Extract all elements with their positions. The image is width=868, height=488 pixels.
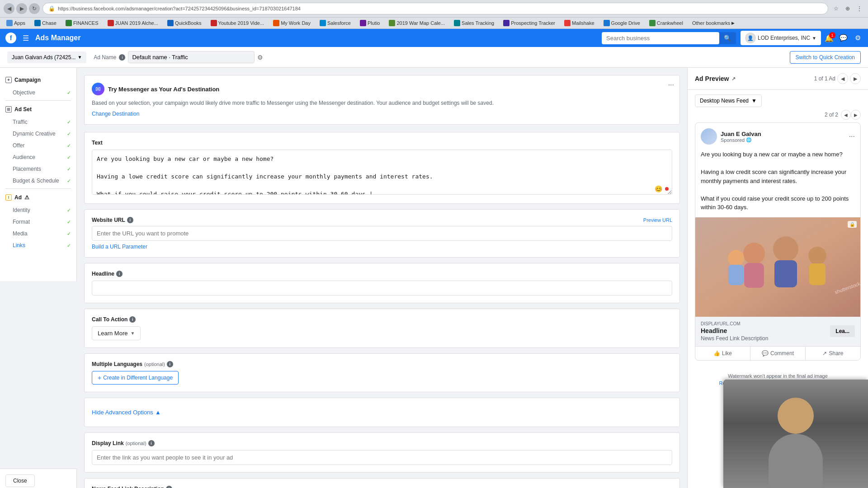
close-button[interactable]: Close [5,474,35,487]
menu-icon[interactable]: ⋮ [854,4,864,14]
bookmark-crankwheel[interactable]: Crankwheel [646,19,686,27]
bookmark-sales-tracking[interactable]: Sales Tracking [451,19,497,27]
hamburger-button[interactable]: ☰ [21,32,31,44]
bookmark-juan[interactable]: JUAN 2019 Alche... [105,19,161,27]
forward-button[interactable]: ▶ [16,3,27,14]
bookmark-finances[interactable]: FINANCES [63,19,101,27]
search-button[interactable]: 🔍 [719,32,736,44]
headline-input[interactable] [92,281,672,296]
ad-user-name: Juan E Galvan [721,131,845,137]
chevron-up-icon: ▲ [155,409,161,416]
chat-icon[interactable]: 💬 [837,32,849,44]
notifications-container: 🔔 1 [825,34,834,42]
browser-actions: ☆ ⊕ ⋮ [831,4,864,14]
bookmark-plutio[interactable]: Plutio [357,19,383,27]
ad-like-button[interactable]: 👍 Like [695,347,750,360]
sidebar-ad-section: ! Ad ⚠ Identity ✓ Format ✓ Media ✓ Lin [0,191,76,251]
display-link-info-icon[interactable]: i [148,440,155,446]
sidebar-item-format[interactable]: Format ✓ [0,216,76,228]
emoji-button[interactable]: 😊 [655,185,662,192]
bookmark-mailshake[interactable]: Mailshake [561,19,597,27]
cta-selector-button[interactable]: Learn More ▼ [92,326,141,340]
preview-prev-button[interactable]: ◀ [837,73,848,84]
refresh-button[interactable]: ↻ [29,3,40,14]
preview-next-button[interactable]: ▶ [850,73,861,84]
bookmark-salesforce[interactable]: Salesforce [317,19,354,27]
languages-info-icon[interactable]: i [167,361,173,367]
sidebar-item-audience[interactable]: Audience ✓ [0,151,76,163]
preview-url-button[interactable]: Preview URL [643,217,672,223]
settings-icon[interactable]: ⚙ [853,32,863,44]
ad-share-button[interactable]: ↗ Share [806,347,860,360]
bookmark-warmap[interactable]: 2019 War Map Cale... [386,19,448,27]
sidebar-ad-header[interactable]: ! Ad ⚠ [0,191,76,204]
switch-quick-creation-button[interactable]: Switch to Quick Creation [790,51,861,64]
change-destination-link[interactable]: Change Destination [92,111,139,117]
news-feed-info-icon[interactable]: i [166,486,172,488]
ad-name-gear-icon[interactable]: ⚙ [257,54,263,61]
sidebar-item-objective[interactable]: Objective ✓ [0,87,76,99]
sidebar-item-dynamic-creative[interactable]: Dynamic Creative ✓ [0,128,76,140]
sidebar-item-traffic[interactable]: Traffic ✓ [0,116,76,128]
ads-manager-title[interactable]: Ads Manager [35,34,80,42]
placement-selector-button[interactable]: Desktop News Feed ▼ [695,94,762,107]
ad-card-menu-button[interactable]: ··· [849,132,855,141]
url-header: Website URL i Preview URL [92,217,672,223]
audience-check-icon: ✓ [67,155,71,160]
sidebar-item-budget-schedule[interactable]: Budget & Schedule ✓ [0,175,76,187]
ad-name-info-icon[interactable]: i [119,54,125,61]
sidebar-ad-set-header[interactable]: ⊞ Ad Set [0,103,76,116]
sidebar-item-links[interactable]: Links ✓ [0,239,76,251]
sidebar-item-offer[interactable]: Offer ✓ [0,140,76,151]
bookmark-apps[interactable]: Apps [4,19,28,27]
links-check-icon: ✓ [67,243,71,249]
sidebar-bottom: Close [0,469,77,488]
bookmark-quickbooks[interactable]: QuickBooks [165,19,204,27]
sidebar-item-identity[interactable]: Identity ✓ [0,204,76,216]
sidebar-ad-set-section: ⊞ Ad Set Traffic ✓ Dynamic Creative ✓ Of… [0,103,76,187]
page-prev-button[interactable]: ◀ [841,110,851,120]
sidebar-campaign-header[interactable]: ✦ Campaign [0,73,76,87]
ad-link-section: DISPLAYURL.COM Headline News Feed Link D… [695,317,860,346]
messenger-card-menu-button[interactable]: ··· [668,81,674,89]
sidebar-wrapper: ✦ Campaign Objective ✓ ⊞ Ad Set Traffic … [0,68,77,488]
build-url-parameter-link[interactable]: Build a URL Parameter [92,244,147,250]
image-lock-icon: 🔒 [848,221,857,228]
bookmark-other[interactable]: Other bookmarks ▶ [689,19,737,27]
back-button[interactable]: ◀ [4,3,14,14]
user-account-badge[interactable]: 👤 LOD Enterprises, INC ▼ [741,31,821,45]
headline-info-icon[interactable]: i [116,271,123,277]
search-business-input[interactable] [602,32,719,44]
url-input[interactable] [92,226,672,241]
create-different-language-button[interactable]: + Create in Different Language [92,371,179,385]
ad-comment-button[interactable]: 💬 Comment [750,347,805,360]
bookmark-chase[interactable]: Chase [32,19,59,27]
objective-check-icon: ✓ [67,90,71,96]
extensions-icon[interactable]: ⊕ [843,4,853,14]
globe-icon: 🌐 [746,137,751,142]
ad-text-textarea[interactable]: Are you <span class="underline-word">loo… [92,150,672,195]
text-section: Text Are you <span class="underline-word… [84,132,680,204]
ad-name-input[interactable] [128,51,255,63]
sidebar-campaign-section: ✦ Campaign Objective ✓ [0,73,76,99]
ad-cta-button[interactable]: Lea... [830,325,855,337]
page-next-button[interactable]: ▶ [851,110,861,120]
bookmark-prospecting[interactable]: Prospecting Tracker [500,19,558,27]
bookmark-youtube[interactable]: Youtube 2019 Vide... [208,19,267,27]
messenger-title: Try Messenger as Your Ad's Destination [108,86,219,93]
hide-advanced-options-button[interactable]: Hide Advanced Options ▲ [92,405,161,419]
bookmark-workday[interactable]: My Work Day [270,19,313,27]
sidebar-item-placements[interactable]: Placements ✓ [0,163,76,175]
bookmark-google-drive[interactable]: Google Drive [601,19,643,27]
display-link-input[interactable] [92,450,672,465]
url-bar[interactable]: 🔒 https://business.facebook.com/adsmanag… [42,3,828,14]
sidebar-item-media[interactable]: Media ✓ [0,228,76,239]
ad-card-header: Juan E Galvan Sponsored 🌐 ··· [695,123,860,150]
url-text: https://business.facebook.com/adsmanager… [58,6,301,11]
url-info-icon[interactable]: i [127,217,133,223]
cta-info-icon[interactable]: i [129,316,136,323]
bookmark-icon[interactable]: ☆ [831,4,841,14]
account-selector[interactable]: Juan Galvan Ads (72425... ▼ [7,52,86,63]
preview-external-icon[interactable]: ↗ [731,76,736,82]
languages-label: Multiple Languages (optional) i [92,361,672,367]
